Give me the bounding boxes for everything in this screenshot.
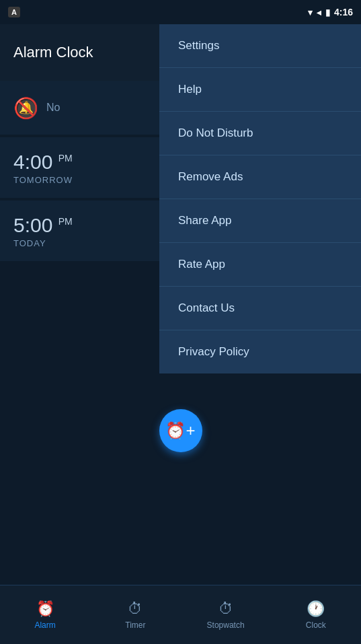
clock-nav-icon: 🕐	[307, 600, 325, 618]
menu-item-privacy-policy[interactable]: Privacy Policy	[159, 330, 361, 373]
nav-item-alarm[interactable]: ⏰ Alarm	[0, 600, 90, 630]
add-alarm-fab[interactable]: ⏰+	[159, 409, 202, 452]
nav-item-clock[interactable]: 🕐 Clock	[271, 600, 361, 630]
menu-item-contact-us[interactable]: Contact Us	[159, 287, 361, 330]
menu-item-settings[interactable]: Settings	[159, 24, 361, 68]
wifi-icon: ▾	[308, 7, 313, 17]
clock-nav-label: Clock	[306, 620, 326, 630]
page-title: Alarm Clock	[13, 44, 93, 61]
alarm-status-bar: 🔕 No	[0, 81, 159, 135]
signal-icon: ◂	[317, 7, 321, 17]
app-letter: A	[8, 7, 20, 17]
status-bar: A ▾ ◂ ▮ 4:16	[0, 0, 361, 24]
menu-item-rate-app[interactable]: Rate App	[159, 243, 361, 287]
alarm-period-2: PM	[58, 216, 73, 227]
alarm-time-1: 4:00 PM	[13, 151, 146, 174]
alarm-off-icon: 🔕	[13, 96, 38, 120]
menu-item-remove-ads[interactable]: Remove Ads	[159, 155, 361, 199]
timer-nav-icon: ⏱	[128, 600, 143, 618]
dropdown-menu: Settings Help Do Not Disturb Remove Ads …	[159, 24, 361, 373]
time-display: 4:16	[334, 7, 353, 17]
add-alarm-icon: ⏰+	[165, 421, 195, 440]
menu-item-share-app[interactable]: Share App	[159, 199, 361, 243]
status-left: A	[8, 7, 20, 17]
bottom-navigation: ⏰ Alarm ⏱ Timer ⏱ Stopwatch 🕐 Clock	[0, 585, 361, 644]
alarm-day-1: TOMORROW	[13, 175, 146, 185]
alarm-time-2: 5:00 PM	[13, 214, 146, 237]
nav-item-stopwatch[interactable]: ⏱ Stopwatch	[181, 600, 271, 630]
alarm-nav-icon: ⏰	[36, 600, 54, 618]
timer-nav-label: Timer	[125, 620, 145, 630]
alarm-period-1: PM	[58, 153, 73, 164]
menu-item-do-not-disturb[interactable]: Do Not Disturb	[159, 112, 361, 155]
alarm-card-2[interactable]: 5:00 PM TODAY	[0, 201, 159, 261]
alarm-card-1[interactable]: 4:00 PM TOMORROW	[0, 137, 159, 198]
alarm-day-2: TODAY	[13, 238, 146, 248]
stopwatch-nav-label: Stopwatch	[207, 620, 245, 630]
nav-item-timer[interactable]: ⏱ Timer	[90, 600, 180, 630]
alarm-nav-label: Alarm	[34, 620, 55, 630]
status-right: ▾ ◂ ▮ 4:16	[308, 7, 353, 17]
stopwatch-nav-icon: ⏱	[218, 600, 233, 618]
app-header: Alarm Clock	[0, 24, 159, 81]
battery-icon: ▮	[325, 7, 330, 17]
alarm-status-text: No	[46, 102, 60, 114]
menu-item-help[interactable]: Help	[159, 68, 361, 112]
